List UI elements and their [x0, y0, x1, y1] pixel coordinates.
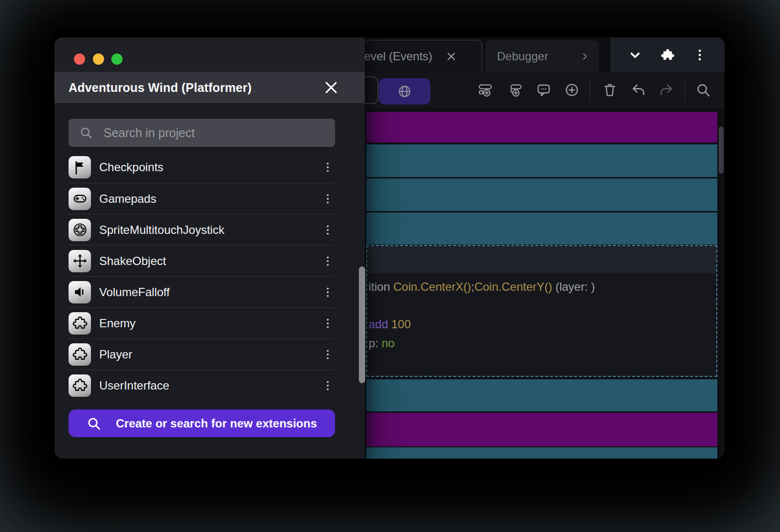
circle-plus-icon[interactable] — [561, 72, 583, 108]
event-row-teal[interactable] — [366, 213, 717, 245]
scene-globe-button[interactable] — [379, 78, 430, 105]
kebab-menu-icon[interactable] — [321, 255, 334, 267]
puzzle-outline-icon — [69, 374, 91, 397]
app-window: evel (Events) Debugger — [54, 37, 725, 459]
search-icon — [87, 416, 101, 431]
traffic-light-minimize[interactable] — [93, 53, 104, 65]
extension-label: Checkpoints — [99, 160, 321, 174]
extension-label: Gamepads — [99, 192, 321, 206]
kebab-menu-icon[interactable] — [321, 286, 334, 299]
event-row-teal[interactable] — [366, 447, 717, 459]
event-row-purple[interactable] — [366, 413, 717, 446]
close-tab-icon[interactable] — [445, 50, 458, 63]
tab-level-events[interactable]: evel (Events) — [345, 40, 482, 72]
undo-icon[interactable] — [628, 72, 649, 108]
event-code-line: p: no — [369, 337, 394, 350]
extension-label: Player — [99, 348, 321, 361]
speaker-icon — [69, 281, 91, 303]
panel-scrollbar-thumb[interactable] — [359, 266, 365, 383]
kebab-menu-icon[interactable] — [321, 193, 334, 205]
event-action-area[interactable]: ition Coin.CenterX();Coin.CenterY() (lay… — [367, 273, 716, 376]
extension-label: SpriteMultitouchJoystick — [99, 223, 321, 237]
extension-row[interactable]: Player — [69, 338, 335, 370]
create-extension-label: Create or search for new extensions — [116, 417, 317, 430]
event-row-purple[interactable] — [366, 112, 717, 142]
search-input[interactable] — [103, 125, 327, 141]
window-top-right-cluster — [610, 37, 725, 72]
panel-header: Adventurous Wind (Platformer) — [54, 72, 365, 103]
extension-row[interactable]: Gamepads — [69, 183, 335, 214]
extension-label: UserInterface — [99, 379, 321, 392]
redo-icon[interactable] — [656, 72, 677, 108]
tab-level-events-label: evel (Events) — [364, 50, 432, 63]
project-search[interactable] — [69, 119, 335, 147]
trash-icon[interactable] — [599, 72, 620, 108]
event-code-line: ition Coin.CenterX();Coin.CenterY() (lay… — [369, 280, 595, 294]
extension-row[interactable]: VolumeFalloff — [69, 276, 335, 307]
toolbar-divider — [589, 79, 590, 101]
extension-label: ShakeObject — [99, 254, 321, 268]
macos-titlebar — [54, 37, 365, 72]
joystick-icon — [69, 219, 91, 241]
tab-debugger[interactable]: Debugger — [485, 40, 599, 72]
kebab-menu-icon[interactable] — [321, 317, 334, 330]
toolbar-divider — [685, 79, 685, 101]
events-scrollbar-thumb[interactable] — [719, 126, 724, 174]
event-condition-area[interactable] — [367, 246, 716, 273]
search-events-icon[interactable] — [692, 72, 714, 108]
tab-debugger-label: Debugger — [497, 50, 580, 63]
close-panel-icon[interactable] — [323, 79, 339, 96]
event-code-line: add 100 — [369, 318, 411, 331]
gamepad-icon — [69, 188, 91, 210]
kebab-menu-icon[interactable] — [321, 161, 334, 174]
chevron-down-icon[interactable] — [628, 48, 642, 62]
puzzle-outline-icon — [69, 312, 91, 335]
puzzle-outline-icon — [69, 343, 91, 366]
kebab-menu-icon[interactable] — [321, 379, 334, 392]
extensions-puzzle-icon[interactable] — [660, 48, 675, 62]
extension-row[interactable]: SpriteMultitouchJoystick — [69, 214, 335, 245]
event-row-teal[interactable] — [366, 178, 717, 211]
extensions-list: CheckpointsGamepadsSpriteMultitouchJoyst… — [69, 152, 335, 401]
create-extension-button[interactable]: Create or search for new extensions — [69, 409, 335, 437]
add-comment-icon[interactable] — [533, 72, 554, 108]
screenshot-stage: evel (Events) Debugger — [0, 0, 780, 532]
kebab-menu-icon[interactable] — [692, 48, 707, 62]
add-subevent-icon[interactable] — [504, 72, 526, 108]
extension-label: VolumeFalloff — [99, 285, 321, 299]
event-row-teal[interactable] — [366, 144, 717, 177]
traffic-light-zoom[interactable] — [111, 53, 123, 65]
extension-row[interactable]: UserInterface — [69, 370, 335, 401]
event-rows: ition Coin.CenterX();Coin.CenterY() (lay… — [366, 108, 717, 459]
globe-icon — [397, 84, 412, 99]
traffic-light-close[interactable] — [74, 53, 85, 65]
add-event-icon[interactable] — [475, 72, 496, 108]
event-row-teal[interactable] — [366, 379, 717, 411]
extension-row[interactable]: ShakeObject — [69, 245, 335, 276]
events-sheet: ition Coin.CenterX();Coin.CenterY() (lay… — [365, 108, 725, 459]
search-icon — [79, 126, 93, 140]
extension-row[interactable]: Enemy — [69, 307, 335, 338]
event-selected[interactable]: ition Coin.CenterX();Coin.CenterY() (lay… — [366, 245, 717, 377]
flag-icon — [69, 156, 91, 178]
move-arrows-icon — [69, 250, 91, 272]
extension-row[interactable]: Checkpoints — [69, 152, 335, 183]
kebab-menu-icon[interactable] — [321, 224, 334, 236]
chevron-right-icon[interactable] — [580, 51, 590, 62]
project-manager-panel: Adventurous Wind (Platformer) Checkpoint… — [54, 37, 365, 459]
extension-label: Enemy — [99, 317, 321, 330]
kebab-menu-icon[interactable] — [321, 348, 334, 361]
project-title: Adventurous Wind (Platformer) — [69, 81, 251, 95]
